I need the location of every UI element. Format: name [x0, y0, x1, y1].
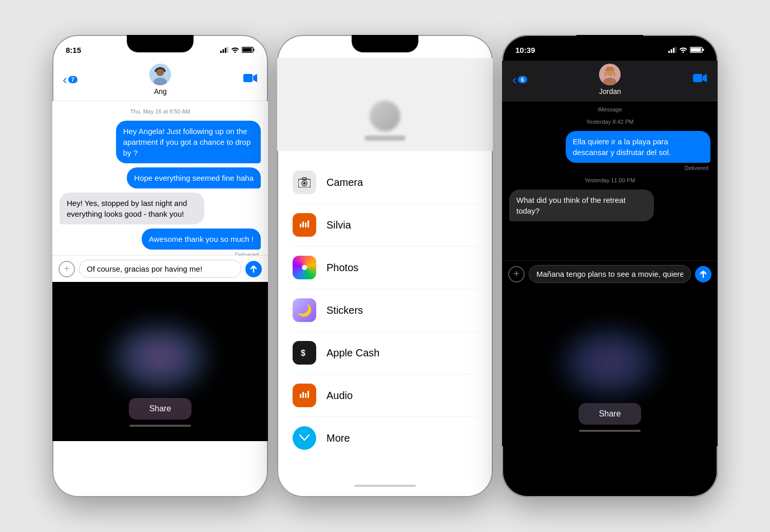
stickers-label: Stickers — [326, 305, 363, 316]
svg-rect-28 — [676, 47, 677, 53]
signal-icon-3 — [668, 47, 677, 53]
apple-cash-icon: $ — [293, 341, 316, 365]
menu-item-audio[interactable]: Audio — [293, 374, 477, 417]
svg-rect-17 — [305, 222, 306, 227]
table-row: Ella quiere ir a la playa para descansar… — [509, 131, 710, 163]
blurred-name-2 — [364, 136, 406, 141]
send-button-3[interactable] — [695, 266, 711, 282]
svg-point-13 — [303, 182, 306, 185]
svg-rect-21 — [300, 394, 301, 398]
status-icons-1 — [220, 47, 255, 53]
svg-text:$: $ — [301, 349, 305, 357]
svg-rect-16 — [302, 221, 304, 227]
contact-name-1[interactable]: Ang — [154, 87, 167, 96]
more-label: More — [326, 432, 350, 444]
svg-rect-31 — [691, 48, 701, 52]
wifi-icon-3 — [679, 47, 687, 53]
svg-rect-14 — [302, 178, 306, 180]
share-button-3[interactable]: Share — [579, 403, 642, 425]
menu-item-apple-cash[interactable]: $ Apple Cash — [293, 332, 477, 374]
message-input-3[interactable] — [529, 265, 691, 283]
video-icon-3 — [693, 73, 707, 83]
audio-icon — [293, 384, 316, 407]
svg-rect-0 — [220, 51, 222, 53]
svg-rect-10 — [243, 74, 253, 82]
imessage-label-3: iMessage — [509, 106, 710, 112]
svg-rect-1 — [223, 49, 224, 53]
share-button-1[interactable]: Share — [129, 398, 192, 420]
bottom-panel-3: Share — [502, 287, 718, 446]
contact-name-3[interactable]: Jordan — [599, 87, 621, 96]
phones-container: 8:15 ‹ 7 — [52, 35, 718, 497]
wifi-icon — [231, 47, 239, 53]
glow-orb-1 — [104, 316, 217, 398]
notch-2 — [352, 35, 418, 52]
photos-icon — [293, 256, 316, 279]
phone-3: 10:39 ‹ 6 — [502, 35, 718, 497]
chat-spacer — [509, 225, 710, 255]
more-icon — [293, 426, 316, 450]
time-3: 10:39 — [515, 46, 535, 54]
audio-svg — [299, 390, 310, 401]
date-label-3b: Yesterday 11:00 PM — [509, 177, 710, 183]
chat-area-1: Thu, May 16 at 8:50 AM Hey Angela! Just … — [52, 101, 268, 255]
chevron-down-svg — [299, 434, 310, 442]
svg-rect-15 — [300, 223, 301, 227]
svg-rect-35 — [693, 74, 702, 82]
contact-avatar-3[interactable] — [599, 64, 621, 85]
svg-rect-25 — [668, 51, 670, 53]
svg-rect-24 — [307, 391, 309, 398]
send-button-1[interactable] — [245, 261, 262, 277]
video-call-button-3[interactable] — [693, 73, 707, 86]
camera-label: Camera — [326, 177, 363, 188]
phone-2: Camera Silvia Photos 🌙 Stickers — [277, 35, 493, 497]
audio-label: Audio — [326, 390, 353, 402]
phone-1: 8:15 ‹ 7 — [52, 35, 268, 497]
stickers-emoji: 🌙 — [297, 303, 312, 317]
middle-bottom-2 — [277, 469, 493, 497]
svg-rect-3 — [227, 47, 229, 53]
contact-avatar-1[interactable] — [149, 64, 171, 85]
home-indicator-1 — [129, 425, 191, 427]
notch-1 — [127, 35, 194, 52]
battery-icon — [242, 47, 255, 53]
svg-rect-18 — [307, 220, 309, 227]
back-chevron-icon: ‹ — [63, 73, 67, 86]
notch-3 — [576, 35, 643, 52]
add-attachment-button-1[interactable]: + — [59, 261, 75, 277]
table-row: What did you think of the retreat today? — [509, 189, 710, 221]
blurred-header-2 — [277, 58, 493, 151]
menu-item-camera[interactable]: Camera — [293, 161, 477, 204]
apple-cash-label: Apple Cash — [326, 347, 379, 359]
message-input-1[interactable] — [79, 260, 241, 278]
status-icons-3 — [668, 46, 704, 53]
silvia-icon — [293, 213, 316, 237]
menu-item-more[interactable]: More — [293, 417, 477, 459]
menu-item-stickers[interactable]: 🌙 Stickers — [293, 289, 477, 332]
message-bubble: Awesome thank you so much ! — [142, 229, 261, 250]
send-icon-3 — [700, 271, 707, 278]
nav-center-3: Jordan — [599, 64, 621, 96]
table-row: Hey Angela! Just following up on the apa… — [60, 121, 261, 163]
svg-point-19 — [302, 265, 307, 270]
back-button-1[interactable]: ‹ 7 — [63, 73, 78, 86]
delivered-label-1: Delivered — [60, 252, 259, 255]
back-button-3[interactable]: ‹ 6 — [512, 73, 527, 86]
menu-list-2: Camera Silvia Photos 🌙 Stickers — [277, 151, 493, 469]
nav-center-1: Ang — [149, 64, 171, 96]
stickers-icon: 🌙 — [293, 298, 316, 322]
menu-item-silvia[interactable]: Silvia — [293, 204, 477, 246]
video-icon-1 — [243, 73, 258, 83]
video-call-button-1[interactable] — [243, 73, 258, 86]
message-bubble: Hope everything seemed fine haha — [127, 167, 261, 188]
camera-icon — [293, 170, 316, 194]
add-attachment-button-3[interactable]: + — [508, 266, 525, 282]
home-indicator-3 — [579, 430, 641, 432]
blurred-avatar-2 — [370, 101, 400, 131]
nav-header-1: ‹ 7 Ang — [52, 61, 268, 101]
time-1: 8:15 — [66, 46, 81, 54]
chat-area-3: iMessage Yesterday 8:42 PM Ella quiere i… — [502, 101, 718, 260]
message-bubble: Hey! Yes, stopped by last night and ever… — [60, 193, 204, 224]
avatar-image-3 — [599, 64, 621, 85]
menu-item-photos[interactable]: Photos — [293, 246, 477, 289]
